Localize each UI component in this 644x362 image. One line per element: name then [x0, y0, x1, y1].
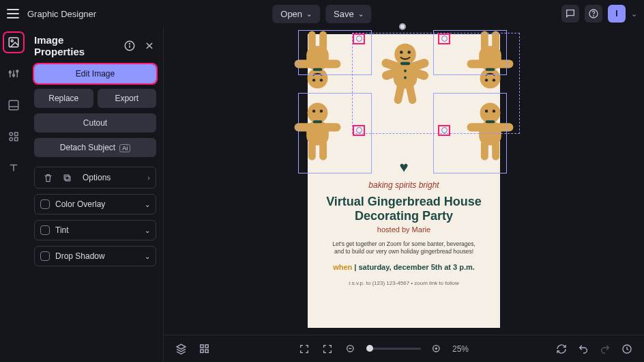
layers-icon[interactable]	[173, 342, 188, 357]
history-icon[interactable]	[619, 342, 634, 357]
options-row: Options ›	[34, 167, 156, 189]
svg-point-26	[320, 79, 323, 81]
chevron-down-icon: ⌄	[145, 253, 150, 260]
left-rail	[0, 27, 27, 362]
svg-rect-64	[200, 345, 203, 348]
svg-point-1	[594, 16, 594, 16]
ai-badge: Ai	[119, 144, 130, 152]
svg-rect-2	[9, 38, 18, 47]
properties-panel: Image Properties Edit Image Replace Expo…	[27, 27, 164, 362]
resize-handle-icon[interactable]	[356, 36, 362, 42]
flyer-body: Let's get together on Zoom for some bant…	[308, 240, 500, 255]
edit-image-button[interactable]: Edit Image	[34, 64, 156, 83]
layout-tab-icon[interactable]	[4, 96, 23, 115]
replace-button[interactable]: Replace	[34, 89, 93, 108]
canvas-wrap: ♥ baking spirits bright Virtual Gingerbr…	[164, 27, 644, 362]
svg-point-14	[10, 138, 13, 141]
image-tab-icon[interactable]	[4, 33, 23, 52]
flyer-rsvp: r.s.v.p. to (123) 123-4567 • zoom link t…	[308, 280, 500, 286]
top-center: Open⌄ Save⌄	[272, 5, 371, 23]
resize-handle-icon[interactable]	[441, 36, 448, 42]
rotate-handle-icon[interactable]	[399, 23, 406, 30]
close-icon[interactable]	[142, 38, 156, 53]
checkbox-icon[interactable]	[40, 199, 50, 209]
canvas[interactable]: ♥ baking spirits bright Virtual Gingerbr…	[164, 27, 644, 335]
checkbox-icon[interactable]	[40, 251, 50, 261]
drop-shadow-label: Drop Shadow	[55, 251, 105, 261]
chevron-down-icon: ⌄	[145, 227, 150, 234]
refresh-icon[interactable]	[554, 342, 569, 357]
tint-label: Tint	[55, 225, 69, 235]
copy-icon[interactable]	[59, 170, 74, 185]
svg-rect-65	[205, 345, 207, 348]
drop-shadow-row[interactable]: Drop Shadow⌄	[34, 246, 156, 266]
zoom-in-icon[interactable]	[429, 342, 444, 357]
panel-header: Image Properties	[34, 34, 156, 57]
text-tab-icon[interactable]	[4, 158, 23, 178]
redo-icon[interactable]	[598, 342, 613, 357]
comment-icon[interactable]	[561, 5, 579, 23]
avatar[interactable]: I	[608, 5, 626, 23]
resize-handle-icon[interactable]	[356, 127, 362, 133]
top-bar: Graphic Designer Open⌄ Save⌄ I ⌄	[0, 0, 644, 27]
tint-row[interactable]: Tint⌄	[34, 220, 156, 240]
flyer-when: when | saturday, december 5th at 3 p.m.	[308, 263, 500, 271]
cutout-button[interactable]: Cutout	[34, 113, 156, 133]
heart-icon: ♥	[399, 158, 408, 176]
info-icon[interactable]	[123, 38, 137, 53]
svg-point-18	[130, 44, 130, 44]
svg-rect-67	[205, 350, 207, 352]
grid-icon[interactable]	[196, 342, 211, 357]
help-icon[interactable]	[585, 5, 602, 23]
save-button[interactable]: Save⌄	[325, 5, 372, 23]
flyer-heading: Virtual Gingerbread House Decorating Par…	[308, 195, 500, 223]
zoom-slider[interactable]	[366, 348, 421, 350]
top-right: I ⌄	[561, 5, 637, 23]
shapes-tab-icon[interactable]	[4, 127, 23, 146]
svg-point-27	[312, 79, 315, 81]
zoom-value: 25%	[452, 344, 469, 354]
checkbox-icon[interactable]	[40, 225, 50, 235]
app-title: Graphic Designer	[27, 9, 96, 19]
svg-rect-15	[14, 138, 18, 141]
chevron-down-icon: ⌄	[145, 201, 150, 208]
trash-icon[interactable]	[40, 170, 55, 185]
panel-title: Image Properties	[34, 34, 112, 57]
svg-rect-20	[64, 175, 69, 180]
chevron-right-icon: ›	[147, 173, 150, 182]
svg-point-12	[10, 133, 13, 136]
flyer-hosted: hosted by Marie	[308, 225, 500, 234]
export-button[interactable]: Export	[98, 89, 157, 108]
color-overlay-row[interactable]: Color Overlay⌄	[34, 194, 156, 214]
svg-rect-13	[14, 133, 18, 136]
align-guide	[352, 33, 520, 134]
undo-icon[interactable]	[576, 342, 591, 357]
flyer-tagline: baking spirits bright	[308, 180, 500, 190]
chevron-down-icon: ⌄	[358, 10, 364, 18]
chevron-down-icon[interactable]: ⌄	[631, 10, 637, 18]
menu-icon[interactable]	[7, 9, 19, 18]
fit-icon[interactable]	[320, 342, 335, 357]
color-overlay-label: Color Overlay	[55, 199, 105, 209]
bottom-bar: 25%	[164, 335, 644, 362]
svg-rect-66	[200, 350, 203, 352]
fullscreen-icon[interactable]	[297, 342, 312, 357]
zoom-out-icon[interactable]	[343, 342, 358, 357]
resize-handle-icon[interactable]	[441, 127, 448, 133]
svg-rect-19	[65, 176, 70, 181]
open-button[interactable]: Open⌄	[272, 5, 320, 23]
adjust-tab-icon[interactable]	[4, 64, 23, 83]
svg-point-3	[11, 40, 13, 42]
detach-subject-button[interactable]: Detach SubjectAi	[34, 138, 156, 157]
options-label[interactable]: Options	[78, 173, 143, 182]
svg-rect-10	[9, 100, 18, 110]
chevron-down-icon: ⌄	[306, 10, 312, 18]
